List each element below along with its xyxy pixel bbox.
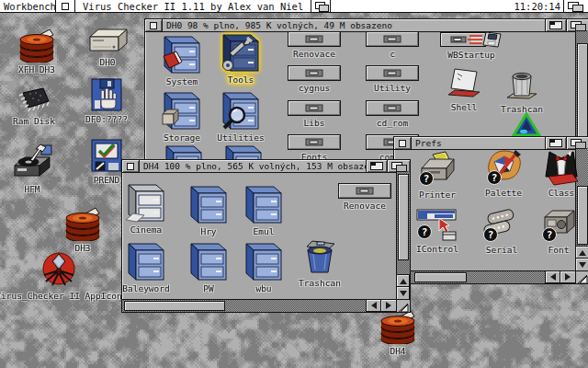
right-arrow-icon	[386, 302, 395, 309]
depth-gadget[interactable]	[311, 0, 331, 12]
drawer-icon	[161, 90, 203, 131]
drawer-button-icon	[338, 183, 391, 199]
close-gadget[interactable]	[122, 160, 140, 172]
desktop-icon-dh4[interactable]: DH4	[370, 309, 425, 356]
depth-gadget[interactable]	[566, 137, 588, 149]
drawer-storage[interactable]: Storage	[156, 90, 208, 143]
window-prefs: Prefs ? Printer ? Palette Class ? IContr…	[393, 136, 588, 284]
drawer-tools-selected[interactable]: Tools	[215, 32, 266, 85]
dh4-horizontal-scrollbar[interactable]	[122, 299, 397, 312]
font-press-icon: ?	[540, 206, 577, 243]
drawer-button-utility[interactable]: Utility	[365, 65, 420, 93]
drawer-wbstartup[interactable]: WBStartup	[438, 31, 504, 60]
screen-depth-gadget[interactable]	[563, 0, 588, 12]
icon-label: Utilities	[217, 132, 264, 143]
prefs-icon-class[interactable]: Class	[536, 149, 587, 198]
icontrol-icon: ?	[414, 205, 460, 242]
drawer-icon	[243, 241, 285, 282]
dh4-vertical-scrollbar[interactable]	[396, 172, 410, 300]
hard-drive-icon	[86, 28, 129, 55]
drawer-icon	[187, 184, 230, 224]
desktop-icon-dh0[interactable]: DH0	[80, 28, 135, 67]
drawer-button-renovace[interactable]: Renovace	[287, 31, 342, 59]
up-arrow-icon	[400, 275, 407, 284]
close-gadget[interactable]	[145, 19, 163, 31]
zoom-gadget[interactable]	[545, 137, 566, 149]
down-arrow-icon	[579, 262, 586, 271]
desktop-icon-ram-disk[interactable]: Ram Disk	[6, 85, 62, 126]
prefs-icon-icontrol[interactable]: ? IControl	[412, 205, 463, 254]
drawer-wbu[interactable]: wbu	[238, 241, 289, 293]
drawer-icon	[161, 34, 203, 75]
depth-gadget[interactable]	[387, 160, 410, 172]
icon-label: HFM	[24, 184, 40, 194]
scroll-right-button[interactable]	[560, 270, 576, 283]
icon-label: Tools	[228, 75, 254, 85]
scrollbar-thumb[interactable]	[124, 301, 225, 311]
scroll-down-button[interactable]	[575, 258, 588, 271]
prefs-icon-palette[interactable]: ? Palette	[478, 149, 529, 198]
resize-gadget[interactable]	[575, 270, 588, 283]
prefs-icon-font[interactable]: ? Font	[533, 206, 584, 255]
drawer-button-cygnus[interactable]: cygnus	[287, 65, 342, 93]
icon-label: IControl	[416, 244, 458, 254]
desktop-icon-hfm[interactable]: HFM	[5, 144, 60, 194]
zoom-gadget[interactable]	[366, 160, 387, 172]
shell-icon	[447, 67, 481, 100]
screen-title: Workbench	[4, 1, 56, 12]
prism-icon-fragment[interactable]	[512, 112, 541, 137]
desktop-icon-dh3[interactable]: DH3	[55, 206, 110, 253]
icon-label: XFH_DH3	[18, 64, 55, 75]
prefs-horizontal-scrollbar[interactable]	[394, 270, 576, 283]
window-title: DH4 100 % plno, 565 K volných, 153 M obs…	[140, 160, 366, 172]
left-arrow-icon	[547, 273, 556, 281]
dh4-titlebar[interactable]: DH4 100 % plno, 565 K volných, 153 M obs…	[122, 160, 410, 173]
icon-label: Shell	[451, 102, 478, 112]
icon-label: Baleyword	[122, 283, 169, 293]
desktop-icon-df0[interactable]: DF0:????	[81, 77, 132, 124]
drawer-system[interactable]: System	[156, 34, 208, 86]
drawer-button-cd-rom[interactable]: cd_rom	[365, 100, 420, 128]
close-gadget[interactable]	[55, 0, 75, 12]
desktop-icon-virus-checker[interactable]: Virus_Checker II AppIcon	[31, 250, 86, 301]
prefs-titlebar[interactable]: Prefs	[394, 137, 588, 150]
prefs-icon-printer[interactable]: ? Printer	[412, 151, 463, 200]
depth-gadget[interactable]	[566, 19, 588, 31]
drawer-hry[interactable]: Hry	[183, 184, 234, 236]
drawer-pw[interactable]: PW	[183, 241, 234, 293]
desktop-icon-xfh-dh3[interactable]: XFH_DH3	[7, 28, 66, 75]
zoom-icon	[370, 162, 383, 170]
zoom-gadget[interactable]	[545, 19, 566, 31]
icon-label: cd_rom	[377, 118, 408, 128]
serial-icon: ?	[481, 206, 523, 243]
drawer-emul[interactable]: Emul	[238, 184, 289, 236]
drawer-button-c[interactable]: c	[365, 31, 420, 59]
drawer-button-fonts[interactable]: Fonts	[287, 134, 342, 162]
virus-checker-titlebar-window[interactable]: Virus_Checker II 1.11 by Alex van Niel	[55, 0, 331, 12]
drawer-button-libs[interactable]: Libs	[287, 100, 342, 128]
svg-text:?: ?	[492, 172, 498, 184]
trashcan-item[interactable]: Trashcan	[294, 239, 345, 288]
close-gadget[interactable]	[394, 137, 412, 149]
prefs-icon-serial[interactable]: ? Serial	[476, 206, 527, 255]
icon-label: c	[390, 49, 395, 59]
drawer-button-renovace[interactable]: Renovace	[337, 183, 392, 211]
close-icon	[127, 163, 134, 170]
dh0-titlebar[interactable]: DH0 98 % plno, 985 K volných, 49 M obsaz…	[145, 19, 588, 32]
scrollbar-thumb[interactable]	[398, 174, 409, 260]
scroll-down-button[interactable]	[396, 286, 410, 300]
scroll-right-button[interactable]	[380, 299, 397, 312]
trashcan-item[interactable]: Trashcan	[496, 67, 548, 114]
turntable-icon	[11, 144, 53, 182]
drawer-cinema[interactable]: Cinema	[121, 182, 172, 235]
drawer-baleyword[interactable]: Baleyword	[121, 241, 172, 293]
drawer-utilities[interactable]: Utilities	[215, 90, 266, 143]
close-icon	[150, 22, 157, 29]
resize-gadget[interactable]	[396, 299, 410, 312]
icon-label: Palette	[485, 188, 522, 198]
shell-icon-item[interactable]: Shell	[438, 67, 490, 112]
scrollbar-thumb[interactable]	[414, 272, 467, 282]
tuxedo-icon	[543, 149, 580, 186]
svg-text:?: ?	[422, 226, 428, 238]
icon-label: DH4	[390, 346, 405, 356]
